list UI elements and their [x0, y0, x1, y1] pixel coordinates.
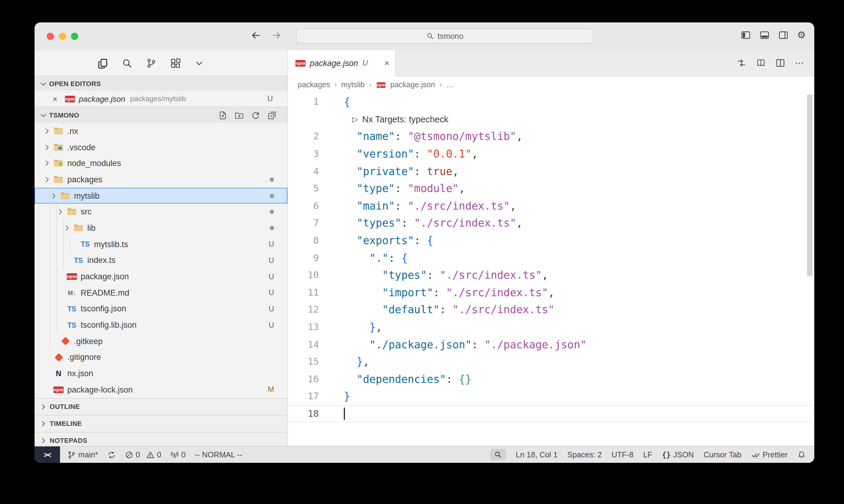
chevron-right-icon[interactable] — [43, 159, 53, 167]
code-editor[interactable]: 1{▷Nx Targets: typecheck2 "name": "@tsmo… — [288, 93, 814, 446]
tree-item-.gitignore[interactable]: .gitignore — [35, 349, 288, 365]
chevron-down-icon[interactable] — [63, 224, 73, 232]
play-icon[interactable]: ▷ — [352, 115, 358, 124]
forward-arrow-icon[interactable] — [272, 30, 282, 41]
breadcrumb-item[interactable]: packages — [298, 80, 330, 89]
toggle-primary-sidebar-icon[interactable] — [741, 30, 750, 40]
back-arrow-icon[interactable] — [251, 30, 261, 41]
tree-item-src[interactable]: src — [35, 204, 288, 220]
chevron-right-icon[interactable] — [43, 127, 53, 135]
toggle-secondary-sidebar-icon[interactable] — [778, 30, 788, 40]
compare-changes-icon[interactable] — [737, 58, 746, 68]
tree-item-tsconfig.json[interactable]: TStsconfig.jsonU — [35, 301, 288, 317]
open-editor-item[interactable]: × npm package.json packages/mytslib U — [35, 91, 288, 107]
eol-status[interactable]: LF — [643, 450, 652, 459]
indentation-status[interactable]: Spaces: 2 — [567, 450, 602, 459]
tree-item-README.md[interactable]: M↓README.mdU — [35, 285, 288, 301]
close-window-button[interactable] — [47, 33, 54, 40]
tab-package-json[interactable]: npm package.json U × — [288, 50, 396, 76]
tree-item-mytslib.ts[interactable]: TSmytslib.tsU — [35, 236, 288, 252]
maximize-window-button[interactable] — [71, 33, 78, 40]
tree-item-packages[interactable]: packages — [35, 172, 288, 187]
formatter-status[interactable]: Prettier — [751, 450, 788, 459]
code-line-13[interactable]: 13 }, — [288, 318, 814, 336]
command-center-search[interactable]: tsmono — [296, 29, 593, 43]
titlebar[interactable]: tsmono ⚙ — [35, 22, 814, 50]
remote-indicator[interactable]: >< — [35, 447, 60, 463]
explorer-section-header[interactable]: TSMONO — [35, 107, 288, 123]
tree-item-tsconfig.lib.json[interactable]: TStsconfig.lib.jsonU — [35, 317, 288, 333]
new-folder-icon[interactable] — [235, 111, 244, 120]
open-changes-icon[interactable] — [756, 58, 766, 68]
breadcrumb-item[interactable]: package.json — [391, 80, 435, 89]
outline-section-header[interactable]: OUTLINE — [35, 398, 288, 415]
problems-status[interactable]: 0 0 — [125, 450, 161, 459]
git-branch-status[interactable]: main* — [67, 450, 98, 459]
new-file-icon[interactable] — [218, 111, 227, 120]
tree-item-nx.json[interactable]: Nnx.json — [35, 365, 288, 382]
code-line-7[interactable]: 7 "types": "./src/index.ts", — [288, 214, 814, 232]
code-line-12[interactable]: 12 "default": "./src/index.ts" — [288, 301, 814, 318]
chevron-separator-icon: › — [334, 80, 337, 89]
tree-item-.vscode[interactable]: .vscode — [35, 139, 288, 155]
code-line-16[interactable]: 16 "dependencies": {} — [288, 371, 814, 388]
minimize-window-button[interactable] — [59, 33, 66, 40]
language-mode[interactable]: {} JSON — [662, 450, 694, 459]
gear-icon[interactable]: ⚙ — [797, 30, 806, 40]
notifications-bell[interactable] — [797, 450, 806, 459]
zoom-indicator[interactable] — [489, 449, 506, 461]
code-line-2[interactable]: 2 "name": "@tsmono/mytslib", — [288, 128, 814, 145]
cursor-position[interactable]: Ln 18, Col 1 — [516, 450, 557, 459]
code-line-6[interactable]: 6 "main": "./src/index.ts", — [288, 197, 814, 214]
code-line-5[interactable]: 5 "type": "module", — [288, 180, 814, 197]
tree-item-package.json[interactable]: npmpackage.jsonU — [35, 268, 288, 284]
chevron-down-icon[interactable] — [43, 176, 53, 183]
tree-item-.nx[interactable]: .nx — [35, 123, 288, 139]
more-views-chevron-icon[interactable] — [195, 58, 204, 68]
close-tab-icon[interactable]: × — [384, 58, 389, 68]
explorer-icon[interactable] — [98, 58, 108, 68]
code-line-18[interactable]: 18 — [288, 405, 814, 422]
code-line-15[interactable]: 15 }, — [288, 353, 814, 371]
cursor-tab-status[interactable]: Cursor Tab — [704, 450, 742, 459]
code-line-14[interactable]: 14 "./package.json": "./package.json" — [288, 336, 814, 353]
more-actions-icon[interactable]: ⋯ — [795, 57, 805, 69]
chevron-down-icon[interactable] — [56, 208, 66, 216]
chevron-down-icon[interactable] — [50, 192, 59, 200]
tree-item-mytslib[interactable]: mytslib — [35, 188, 288, 204]
codelens-label[interactable]: Nx Targets: typecheck — [362, 114, 448, 124]
codelens-nx-targets[interactable]: ▷Nx Targets: typecheck — [288, 111, 814, 128]
vim-mode-indicator[interactable]: -- NORMAL -- — [195, 450, 242, 459]
ports-status[interactable]: 0 — [170, 450, 186, 459]
timeline-section-header[interactable]: TIMELINE — [35, 415, 288, 432]
sync-changes[interactable] — [107, 450, 116, 459]
code-line-17[interactable]: 17} — [288, 388, 814, 405]
search-view-icon[interactable] — [122, 58, 132, 68]
code-line-11[interactable]: 11 "import": "./src/index.ts", — [288, 284, 814, 301]
collapse-all-icon[interactable] — [268, 111, 276, 120]
split-editor-icon[interactable] — [775, 58, 785, 68]
close-editor-icon[interactable]: × — [53, 94, 61, 103]
source-control-icon[interactable] — [146, 58, 156, 68]
tree-item-package-lock.json[interactable]: npmpackage-lock.jsonM — [35, 382, 288, 398]
tree-item-node-modules[interactable]: node_modules — [35, 156, 288, 172]
open-editors-header[interactable]: OPEN EDITORS — [35, 76, 288, 91]
extensions-icon[interactable] — [170, 58, 181, 68]
code-line-9[interactable]: 9 ".": { — [288, 249, 814, 267]
scrollbar-thumb[interactable] — [807, 94, 812, 276]
tree-item-.gitkeep[interactable]: .gitkeep — [35, 333, 288, 349]
refresh-icon[interactable] — [251, 111, 260, 120]
chevron-right-icon[interactable] — [43, 143, 53, 151]
code-line-8[interactable]: 8 "exports": { — [288, 232, 814, 249]
code-line-4[interactable]: 4 "private": true, — [288, 163, 814, 180]
tree-item-index.ts[interactable]: TSindex.tsU — [35, 252, 288, 268]
code-line-10[interactable]: 10 "types": "./src/index.ts", — [288, 267, 814, 284]
tree-item-lib[interactable]: lib — [35, 220, 288, 236]
code-line-1[interactable]: 1{ — [288, 93, 814, 111]
code-line-3[interactable]: 3 "version": "0.0.1", — [288, 145, 814, 163]
toggle-panel-icon[interactable] — [759, 30, 769, 40]
notepads-section-header[interactable]: NOTEPADS — [35, 432, 288, 446]
breadcrumb-item[interactable]: … — [446, 80, 453, 89]
encoding-status[interactable]: UTF-8 — [612, 450, 634, 459]
breadcrumb-item[interactable]: mytslib — [341, 80, 365, 89]
